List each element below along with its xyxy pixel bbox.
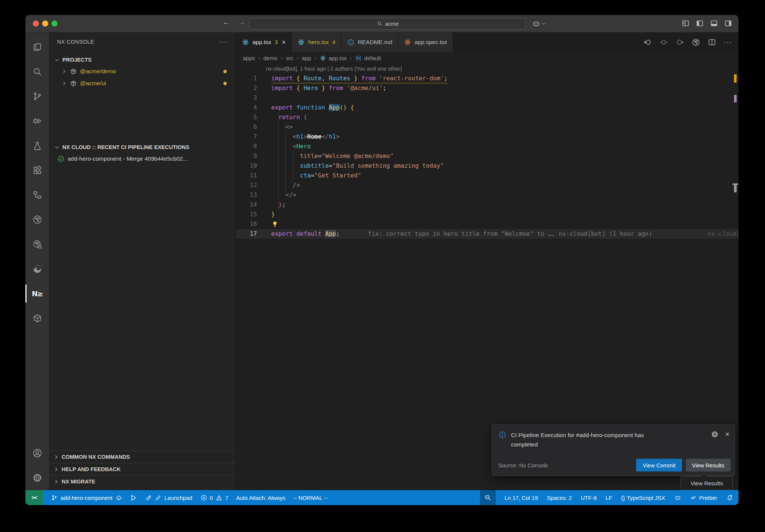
code-token: export	[271, 230, 293, 237]
activity-bar-item-run-debug[interactable]	[25, 109, 49, 133]
status-cursor-position[interactable]: Ln 17, Col 19	[505, 495, 538, 501]
breadcrumb-item-app[interactable]: app	[302, 55, 311, 61]
activity-bar-item-references[interactable]	[25, 183, 49, 207]
status-zoom-indicator[interactable]	[480, 490, 496, 505]
status-indentation-label: Spaces: 2	[547, 495, 572, 501]
tab-hero-tsx[interactable]: hero.tsx4	[292, 33, 341, 52]
status-copilot-status[interactable]	[674, 494, 681, 501]
status-formatter[interactable]: ✓✓Prettier	[690, 494, 718, 501]
sidebar-section-nx-migrate[interactable]: NX MIGRATE	[49, 475, 236, 488]
notification-settings-icon[interactable]	[711, 430, 719, 438]
status-branch[interactable]: add-hero-component	[51, 494, 122, 501]
activity-bar-item-settings[interactable]	[25, 466, 49, 490]
view-commit-button[interactable]: View Commit	[636, 459, 682, 471]
project-tree-item[interactable]: @acme/ui	[49, 77, 236, 89]
line-content	[257, 93, 271, 103]
code-line-5: 5 return (	[236, 112, 738, 122]
status-encoding[interactable]: UTF-8	[581, 495, 597, 501]
code-line-7: 7 <h1>Home</h1>	[236, 132, 738, 142]
layout-customize-icon[interactable]	[681, 19, 690, 28]
ci-pipeline-execution-item[interactable]: add-hero-component - Merge 409b44e5cb02.…	[49, 153, 236, 165]
editor-group: app.tsx3×hero.tsx4README.mdapp.spec.tsx …	[236, 33, 738, 490]
toggle-secondary-sidebar-icon[interactable]	[724, 19, 733, 28]
nx-cloud-section: NX CLOUD :: RECENT CI PIPELINE EXECUTION…	[49, 142, 236, 165]
code-token: >	[304, 133, 307, 140]
activity-bar-item-extensions[interactable]	[25, 158, 49, 183]
line-number: 13	[236, 190, 257, 200]
code-token	[347, 104, 350, 111]
project-tree-item[interactable]: @acme/demo	[49, 65, 236, 77]
activity-bar-item-nx-cloud-view[interactable]	[25, 232, 49, 257]
chevron-down-icon	[541, 21, 546, 26]
activity-bar-item-explorer[interactable]	[25, 35, 49, 59]
nx-graph-action-icon[interactable]	[691, 38, 700, 47]
code-token	[293, 75, 297, 82]
activity-bar-item-nx-console[interactable]: N≥	[25, 281, 49, 306]
activity-bar-item-search[interactable]	[25, 59, 49, 84]
sidebar-section-help-and-feedback[interactable]: HELP AND FEEDBACK	[49, 463, 236, 475]
close-tab-icon[interactable]: ×	[282, 39, 286, 46]
breadcrumb-item-apps[interactable]: apps	[243, 55, 255, 61]
line-content: <h1>Home</h1>	[257, 132, 340, 142]
activity-bar-item-edge-browser[interactable]	[25, 257, 49, 281]
sidebar-more-actions-icon[interactable]: ···	[219, 40, 227, 44]
status-eol-label: LF	[606, 495, 612, 501]
code-token: default	[296, 230, 321, 237]
breadcrumb[interactable]: apps›demo›src›app›app.tsx›default	[236, 52, 738, 64]
status-language-mode[interactable]: { }TypeScript JSX	[621, 495, 665, 501]
minimize-window-button[interactable]	[42, 21, 48, 27]
status-eol[interactable]: LF	[606, 495, 612, 501]
activity-bar-item-testing[interactable]	[25, 133, 49, 158]
view-results-button[interactable]: View Results	[686, 459, 731, 471]
code-token: "Build something amazing today"	[332, 162, 444, 169]
tab-app-tsx[interactable]: app.tsx3×	[236, 33, 292, 52]
line-content: }	[257, 210, 275, 219]
toggle-sidebar-icon[interactable]	[696, 19, 704, 28]
breadcrumb-item-default[interactable]: default	[364, 55, 381, 61]
remote-indicator[interactable]: ><	[25, 490, 43, 505]
command-center-search[interactable]: acme	[250, 18, 526, 30]
activity-bar-item-nx-graph[interactable]	[25, 207, 49, 232]
status-vim-mode[interactable]: -- NORMAL --	[293, 495, 328, 501]
close-window-button[interactable]	[33, 21, 39, 27]
activity-bar-item-account[interactable]	[25, 441, 49, 466]
code-token: Home	[307, 133, 322, 140]
breadcrumb-item-src[interactable]: src	[286, 55, 293, 61]
copilot-menu[interactable]	[532, 19, 546, 28]
navigate-current-icon[interactable]	[659, 38, 668, 47]
breadcrumb-item-demo[interactable]: demo	[263, 55, 278, 61]
activity-bar-item-source-control[interactable]	[25, 84, 49, 109]
nx-cloud-section-header[interactable]: NX CLOUD :: RECENT CI PIPELINE EXECUTION…	[49, 142, 236, 153]
toggle-panel-icon[interactable]	[710, 19, 718, 28]
line-content: title="Welcome @acme/demo"	[257, 151, 394, 161]
code-token: <	[293, 133, 297, 140]
navigate-forward-icon[interactable]	[675, 38, 684, 47]
navigate-back-icon[interactable]	[643, 38, 652, 47]
status-notifications[interactable]	[726, 494, 733, 501]
tab-readme-md[interactable]: README.md	[341, 33, 398, 52]
chevron-down-icon	[54, 57, 60, 63]
status-auto-attach[interactable]: Auto Attach: Always	[236, 495, 285, 501]
code-token: h1	[296, 133, 303, 140]
history-back-button[interactable]: ←	[223, 18, 230, 27]
split-editor-icon[interactable]	[707, 38, 716, 47]
activity-bar-item-containers[interactable]	[25, 306, 49, 331]
status-problems[interactable]: 07	[200, 494, 229, 501]
lightbulb-icon[interactable]	[271, 220, 279, 228]
projects-section-header[interactable]: PROJECTS	[49, 54, 236, 65]
breadcrumb-item-app.tsx[interactable]: app.tsx	[329, 55, 347, 61]
status-scm-graph[interactable]	[130, 494, 137, 501]
code-token	[375, 75, 379, 82]
zoom-window-button[interactable]	[52, 21, 58, 27]
more-actions-icon[interactable]: ···	[724, 38, 732, 46]
status-launchpad[interactable]: Launchpad	[145, 494, 192, 501]
code-token: >	[336, 133, 340, 140]
tab-app-spec-tsx[interactable]: app.spec.tsx	[398, 33, 453, 52]
branch-icon	[51, 494, 58, 501]
history-forward-button[interactable]: →	[238, 18, 245, 27]
notification-close-icon[interactable]: ×	[725, 430, 730, 449]
status-indentation[interactable]: Spaces: 2	[547, 495, 572, 501]
code-token: Hero	[304, 84, 318, 92]
status-auto-attach-label: Auto Attach: Always	[236, 495, 285, 501]
sidebar-section-common-nx-commands[interactable]: COMMON NX COMMANDS	[49, 451, 236, 463]
